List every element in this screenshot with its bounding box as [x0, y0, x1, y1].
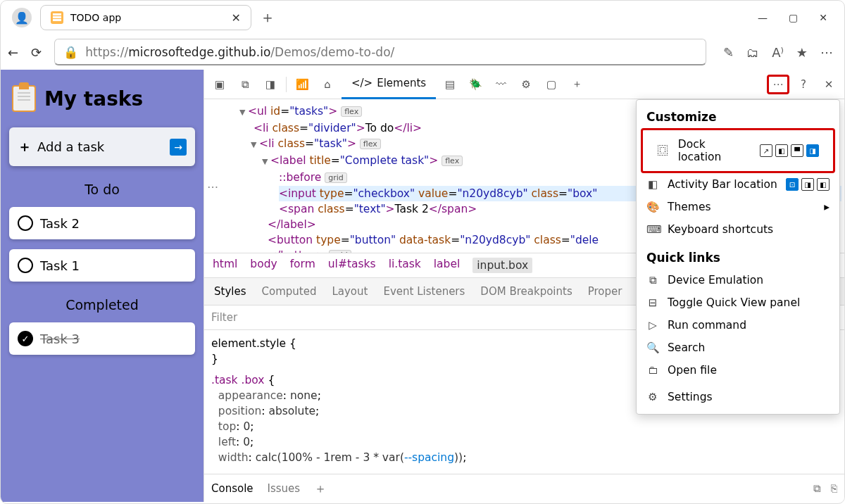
add-tab-icon[interactable]: ＋	[565, 77, 588, 91]
memory-icon[interactable]: ⚙	[515, 78, 537, 91]
menu-themes[interactable]: 🎨Themes▸	[637, 196, 839, 218]
profile-avatar[interactable]: 👤	[12, 8, 32, 27]
bug-icon[interactable]: 🪲	[464, 78, 487, 91]
menu-toggle-quickview[interactable]: ⊟Toggle Quick View panel	[637, 291, 839, 314]
lock-icon: 🔒	[63, 45, 78, 59]
close-window-icon[interactable]: ✕	[819, 12, 827, 23]
tab-title: TODO app	[70, 12, 121, 23]
panel-icon: ◧	[646, 178, 659, 191]
menu-settings[interactable]: ⚙Settings	[637, 386, 839, 408]
device-icon: ⧉	[646, 274, 659, 286]
section-completed: Completed	[9, 291, 195, 313]
close-tab-icon[interactable]: ✕	[232, 11, 241, 25]
more-options-icon[interactable]: ⋯	[767, 75, 789, 94]
section-todo: To do	[9, 176, 195, 197]
browser-tab[interactable]: TODO app ✕	[40, 5, 251, 30]
menu-device-emulation[interactable]: ⧉Device Emulation	[637, 269, 839, 291]
menu-heading-quicklinks: Quick links	[637, 246, 839, 269]
menu-dock-location[interactable]: ⿴ Dock location ↗ ◧ ▀ ◨	[647, 133, 829, 168]
task-row[interactable]: Task 2	[9, 207, 195, 239]
devtools-panel: ▣ ⧉ ◨ 📶 ⌂ </>Elements ▤ 🪲 〰 ⚙ ▢ ＋ ⋯ ? ✕ …	[204, 70, 844, 502]
menu-run-command[interactable]: ▷Run command	[637, 314, 839, 336]
wifi-icon[interactable]: 📶	[291, 78, 313, 91]
keyboard-icon: ⌨	[646, 223, 659, 236]
add-task-input[interactable]: ＋ Add a task →	[9, 127, 195, 166]
device-toggle-icon[interactable]: ⧉	[234, 78, 256, 91]
drawer-tabs[interactable]: Console Issues ＋ ⧉⎘	[204, 474, 844, 502]
menu-search[interactable]: 🔍Search	[637, 336, 839, 359]
submit-arrow-icon[interactable]: →	[170, 139, 187, 156]
tab-favicon	[51, 11, 63, 24]
menu-shortcuts[interactable]: ⌨Keyboard shortcuts	[637, 218, 839, 241]
plus-icon: ＋	[18, 137, 32, 156]
play-icon: ▷	[646, 319, 659, 332]
clipboard-icon	[12, 85, 36, 112]
menu-heading-customize: Customize	[637, 106, 839, 128]
add-drawer-tab-icon[interactable]: ＋	[314, 480, 327, 497]
close-devtools-icon[interactable]: ✕	[818, 78, 840, 91]
new-tab-button[interactable]: ＋	[260, 7, 275, 28]
collections-icon[interactable]: 🗂	[746, 45, 759, 60]
search-icon: 🔍	[646, 341, 659, 354]
checkbox-checked-icon[interactable]: ✓	[18, 331, 33, 346]
panel-toggle-icon: ⊟	[646, 296, 659, 309]
activity-pos-3-icon[interactable]: ◧	[817, 178, 830, 191]
elements-tab[interactable]: </>Elements	[342, 70, 436, 99]
gutter-dots-icon[interactable]: ⋯	[207, 179, 219, 195]
gear-icon: ⚙	[646, 391, 659, 403]
dock-right-icon[interactable]: ◨	[806, 144, 819, 157]
home-icon[interactable]: ⌂	[316, 78, 339, 91]
menu-activity-bar[interactable]: ◧ Activity Bar location ⊡ ◨ ◧	[637, 173, 839, 196]
checkbox-empty-icon[interactable]	[18, 215, 33, 231]
minimize-icon[interactable]: —	[758, 12, 768, 23]
customize-menu: Customize ⿴ Dock location ↗ ◧ ▀ ◨ ◧ Acti…	[636, 99, 840, 415]
activity-pos-1-icon[interactable]: ⊡	[786, 178, 799, 191]
folder-icon: 🗀	[646, 364, 659, 377]
palette-icon: 🎨	[646, 201, 659, 213]
dock-icon: ⿴	[657, 144, 670, 157]
refresh-icon[interactable]: ⟳	[31, 45, 42, 60]
menu-icon[interactable]: ⋯	[820, 45, 833, 60]
drawer-icon-1[interactable]: ⧉	[813, 482, 821, 495]
address-bar[interactable]: 🔒 https://microsoftedge.github.io/Demos/…	[54, 39, 706, 65]
app-icon[interactable]: ▢	[540, 78, 563, 91]
panel-icon[interactable]: ◨	[259, 78, 282, 91]
app-heading: My tasks	[44, 87, 143, 111]
edit-icon[interactable]: ✎	[723, 45, 734, 60]
chevron-right-icon: ▸	[824, 201, 830, 213]
checkbox-empty-icon[interactable]	[18, 258, 33, 273]
maximize-icon[interactable]: ▢	[789, 12, 798, 23]
performance-icon[interactable]: 〰	[489, 78, 512, 91]
console-icon[interactable]: ▤	[439, 78, 461, 91]
task-row-done[interactable]: ✓Task 3	[9, 322, 195, 355]
dock-undock-icon[interactable]: ↗	[760, 144, 772, 157]
inspect-icon[interactable]: ▣	[208, 78, 231, 91]
read-aloud-icon[interactable]: A⁾	[772, 45, 784, 60]
back-icon[interactable]: ←	[8, 45, 18, 60]
favorite-star-icon[interactable]: ★	[796, 45, 808, 60]
todo-app: My tasks ＋ Add a task → To do Task 2 Tas…	[1, 70, 204, 502]
task-row[interactable]: Task 1	[9, 249, 195, 282]
dock-bottom-icon[interactable]: ▀	[791, 144, 803, 157]
activity-pos-2-icon[interactable]: ◨	[801, 178, 814, 191]
help-icon[interactable]: ?	[792, 78, 815, 91]
menu-open-file[interactable]: 🗀Open file	[637, 359, 839, 382]
drawer-icon-2[interactable]: ⎘	[831, 482, 837, 495]
dock-left-icon[interactable]: ◧	[775, 144, 788, 157]
url-text: https://microsoftedge.github.io/Demos/de…	[85, 45, 394, 59]
